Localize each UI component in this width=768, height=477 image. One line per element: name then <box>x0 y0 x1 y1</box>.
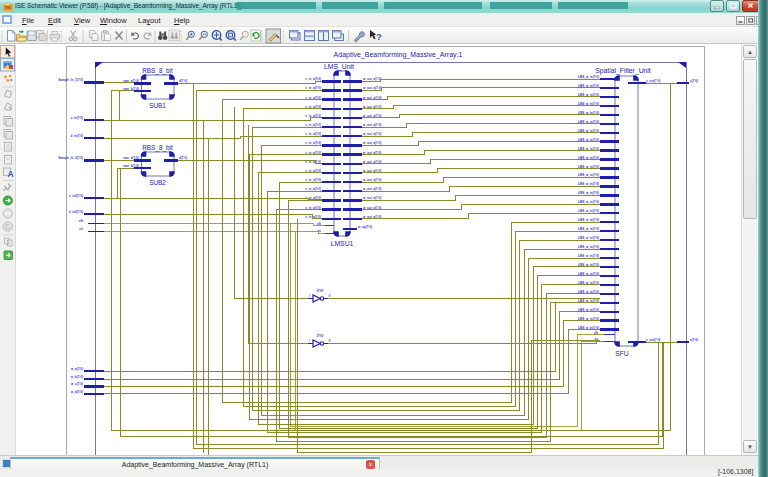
svg-text:x_in_a(7:0): x_in_a(7:0) <box>305 114 321 118</box>
svg-text:w_out_a(7:0): w_out_a(7:0) <box>362 77 381 81</box>
svg-text:x_in_a(7:0): x_in_a(7:0) <box>305 123 321 127</box>
svg-text:w_out_a(7:0): w_out_a(7:0) <box>362 169 381 173</box>
svg-text:LMS_w_in(7:0): LMS_w_in(7:0) <box>578 129 599 133</box>
svg-text:LMS_w_in(7:0): LMS_w_in(7:0) <box>578 245 599 249</box>
svg-text:I: I <box>309 339 310 343</box>
svg-text:w_out_a(7:0): w_out_a(7:0) <box>362 105 381 109</box>
svg-text:SUB2: SUB2 <box>149 179 166 186</box>
svg-text:x_in_a(7:0): x_in_a(7:0) <box>305 169 321 173</box>
svg-text:I: I <box>309 294 310 298</box>
svg-text:LMS_w_in(7:0): LMS_w_in(7:0) <box>578 317 599 321</box>
svg-text:LMS_w_in(7:0): LMS_w_in(7:0) <box>578 200 599 204</box>
svg-text:w_c(7:0): w_c(7:0) <box>70 382 83 386</box>
svg-text:x_in_a(7:0): x_in_a(7:0) <box>305 215 321 219</box>
svg-text:w_out_a(7:0): w_out_a(7:0) <box>362 151 381 155</box>
svg-text:SFU: SFU <box>615 350 629 357</box>
svg-text:w_out_a(7:0): w_out_a(7:0) <box>362 123 381 127</box>
svg-text:w_out_a(7:0): w_out_a(7:0) <box>362 86 381 90</box>
svg-text:LMS_w_in(7:0): LMS_w_in(7:0) <box>578 84 599 88</box>
svg-text:w_out_a(7:0): w_out_a(7:0) <box>362 141 381 145</box>
svg-text:e_out(7:0): e_out(7:0) <box>646 338 660 342</box>
svg-text:LMS_w_in(7:0): LMS_w_in(7:0) <box>578 138 599 142</box>
svg-text:LMS_w_in(7:0): LMS_w_in(7:0) <box>578 165 599 169</box>
svg-text:LMS_w_in(7:0): LMS_w_in(7:0) <box>578 75 599 79</box>
svg-text:w_out_a(7:0): w_out_a(7:0) <box>362 96 381 100</box>
svg-text:x_in2(7:0): x_in2(7:0) <box>69 194 83 198</box>
svg-text:x_in_a(7:0): x_in_a(7:0) <box>305 105 321 109</box>
svg-text:LMS_w_in(7:0): LMS_w_in(7:0) <box>578 299 599 303</box>
svg-text:y(7:0): y(7:0) <box>690 79 698 83</box>
svg-text:x_in(7:0): x_in(7:0) <box>71 116 83 120</box>
svg-text:LMS_w_in(7:0): LMS_w_in(7:0) <box>578 218 599 222</box>
svg-text:clk: clk <box>594 331 599 335</box>
svg-text:x_in_a(7:0): x_in_a(7:0) <box>305 206 321 210</box>
svg-text:w_out_a(7:0): w_out_a(7:0) <box>362 178 381 182</box>
svg-text:LMS_w_in(7:0): LMS_w_in(7:0) <box>578 191 599 195</box>
svg-text:LMS_w_in(7:0): LMS_w_in(7:0) <box>578 308 599 312</box>
svg-text:O: O <box>329 294 331 298</box>
svg-text:Sample_In_2(7:0): Sample_In_2(7:0) <box>58 156 83 160</box>
svg-text:LMS_w_in(7:0): LMS_w_in(7:0) <box>578 281 599 285</box>
svg-text:d_in(7:0): d_in(7:0) <box>70 134 83 138</box>
svg-text:y_out(7:0): y_out(7:0) <box>646 79 660 83</box>
svg-text:LMS_w_in(7:0): LMS_w_in(7:0) <box>578 102 599 106</box>
svg-text:LMS_Unit: LMS_Unit <box>324 63 354 71</box>
svg-text:Spatial_Filter_Unit: Spatial_Filter_Unit <box>595 67 651 75</box>
svg-text:d(7:0): d(7:0) <box>179 156 187 160</box>
svg-text:x_in_a(7:0): x_in_a(7:0) <box>305 187 321 191</box>
svg-text:clk: clk <box>317 222 322 226</box>
svg-text:w_b(7:0): w_b(7:0) <box>70 375 83 379</box>
svg-text:w_out_a(7:0): w_out_a(7:0) <box>362 187 381 191</box>
svg-text:LMS_w_in(7:0): LMS_w_in(7:0) <box>578 156 599 160</box>
svg-text:inv: inv <box>317 332 324 338</box>
svg-text:w_out_a(7:0): w_out_a(7:0) <box>362 196 381 200</box>
svg-text:LMS_w_in(7:0): LMS_w_in(7:0) <box>578 147 599 151</box>
svg-text:x_in_a(7:0): x_in_a(7:0) <box>305 141 321 145</box>
svg-text:w_out_a(7:0): w_out_a(7:0) <box>362 114 381 118</box>
svg-text:SUB1: SUB1 <box>149 102 166 109</box>
svg-text:d(7:0): d(7:0) <box>179 79 187 83</box>
svg-text:LMS_w_in(7:0): LMS_w_in(7:0) <box>578 173 599 177</box>
svg-text:LMS_w_in(7:0): LMS_w_in(7:0) <box>578 263 599 267</box>
svg-text:e(7:0): e(7:0) <box>690 338 698 342</box>
svg-text:RBS_8_bit: RBS_8_bit <box>142 67 173 75</box>
svg-text:Adaptive_Beamforming_Massive_A: Adaptive_Beamforming_Massive_Array:1 <box>334 51 463 59</box>
svg-text:LMS_w_in(7:0): LMS_w_in(7:0) <box>578 290 599 294</box>
svg-text:LMS_w_in(7:0): LMS_w_in(7:0) <box>578 209 599 213</box>
svg-text:w_a(7:0): w_a(7:0) <box>70 367 83 371</box>
svg-text:LMS_w_in(7:0): LMS_w_in(7:0) <box>578 93 599 97</box>
svg-text:w_up(7:0): w_up(7:0) <box>357 225 372 229</box>
svg-text:x_in_a(7:0): x_in_a(7:0) <box>305 132 321 136</box>
svg-text:w_out_a(7:0): w_out_a(7:0) <box>362 206 381 210</box>
svg-text:clk: clk <box>79 219 84 223</box>
svg-text:LMS_w_in(7:0): LMS_w_in(7:0) <box>578 236 599 240</box>
svg-text:w_d(7:0): w_d(7:0) <box>70 390 83 394</box>
svg-text:x_in_a(7:0): x_in_a(7:0) <box>305 178 321 182</box>
svg-text:LMS_w_in(7:0): LMS_w_in(7:0) <box>578 111 599 115</box>
svg-text:LMS_w_in(7:0): LMS_w_in(7:0) <box>578 182 599 186</box>
svg-text:inv: inv <box>317 287 324 293</box>
svg-text:sam_a(7:0): sam_a(7:0) <box>123 156 139 160</box>
svg-text:x_in_a(7:0): x_in_a(7:0) <box>305 77 321 81</box>
svg-text:sam_b(7:0): sam_b(7:0) <box>123 164 139 168</box>
svg-text:Sample_In_1(7:0): Sample_In_1(7:0) <box>58 78 83 82</box>
svg-text:RBS_8_bit: RBS_8_bit <box>142 144 173 152</box>
svg-text:x_in_a(7:0): x_in_a(7:0) <box>305 151 321 155</box>
svg-text:w_out_a(7:0): w_out_a(7:0) <box>362 215 381 219</box>
svg-text:w_out_a(7:0): w_out_a(7:0) <box>362 160 381 164</box>
svg-text:LMS_w_in(7:0): LMS_w_in(7:0) <box>578 254 599 258</box>
svg-text:LMS_w_in(7:0): LMS_w_in(7:0) <box>578 272 599 276</box>
svg-text:LMSU1: LMSU1 <box>331 240 354 247</box>
svg-text:O: O <box>329 339 331 343</box>
svg-text:x_in_a(7:0): x_in_a(7:0) <box>305 86 321 90</box>
svg-text:d_in2(7:0): d_in2(7:0) <box>69 210 83 214</box>
svg-text:LMS_w_in(7:0): LMS_w_in(7:0) <box>578 227 599 231</box>
svg-text:rst: rst <box>79 227 83 231</box>
svg-text:LMS_w_in(7:0): LMS_w_in(7:0) <box>578 120 599 124</box>
svg-text:LMS_w_in(7:0): LMS_w_in(7:0) <box>578 326 599 330</box>
svg-text:x_in_a(7:0): x_in_a(7:0) <box>305 96 321 100</box>
svg-text:w_out_a(7:0): w_out_a(7:0) <box>362 132 381 136</box>
